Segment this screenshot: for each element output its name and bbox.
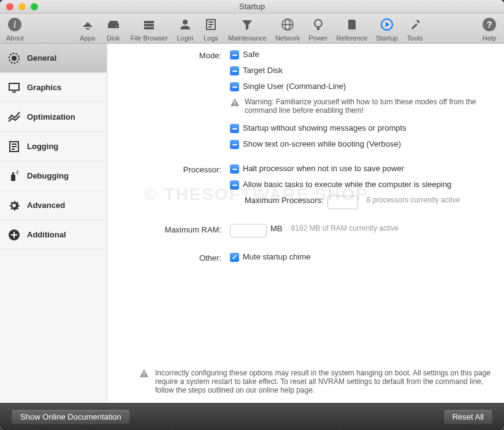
toolbar-filebrowser[interactable]: File Browser xyxy=(131,16,168,42)
mutechime-checkbox[interactable] xyxy=(230,253,239,262)
sidebar-item-advanced[interactable]: Advanced xyxy=(0,191,107,220)
sidebar-item-label: Advanced xyxy=(27,201,65,210)
warning-icon: ! xyxy=(139,369,149,378)
svg-point-31 xyxy=(17,173,18,174)
toolbar-about-label: About xyxy=(6,34,24,42)
disk-icon xyxy=(105,16,122,33)
svg-point-6 xyxy=(183,20,188,25)
toolbar-help[interactable]: ? Help xyxy=(481,16,498,42)
info-icon: i xyxy=(6,16,23,33)
bulb-icon xyxy=(310,16,327,33)
svg-point-30 xyxy=(16,172,17,173)
toolbar-maintenance[interactable]: Maintenance xyxy=(228,16,267,42)
maxproc-label: Maximum Processors: xyxy=(245,196,324,205)
mutechime-label: Mute startup chime xyxy=(243,252,311,261)
toolbar-logs[interactable]: Logs xyxy=(202,16,220,42)
toolbar-reference[interactable]: Reference xyxy=(336,16,367,42)
other-label: Other: xyxy=(107,252,230,268)
sidebar-item-logging[interactable]: Logging xyxy=(0,132,107,161)
maxram-input[interactable] xyxy=(230,224,267,237)
singleuser-checkbox[interactable] xyxy=(230,82,239,91)
close-icon[interactable] xyxy=(6,3,13,10)
targetdisk-checkbox[interactable] xyxy=(230,66,239,75)
sidebar-item-general[interactable]: General xyxy=(0,44,107,73)
show-docs-button[interactable]: Show Online Documentation xyxy=(11,409,131,424)
mode-warning-text: Warning: Familiarize yourself with how t… xyxy=(245,98,492,115)
toolbar-network[interactable]: Network xyxy=(275,16,300,42)
toolbar-apps-label: Apps xyxy=(80,34,95,42)
sidebar-item-label: General xyxy=(27,53,56,63)
help-icon: ? xyxy=(481,16,498,33)
maxproc-input[interactable] xyxy=(327,196,358,209)
toolbar-about[interactable]: i About xyxy=(6,16,24,42)
toolbar-apps[interactable]: Apps xyxy=(79,16,96,42)
chart-icon xyxy=(7,110,21,124)
sidebar-item-optimization[interactable]: Optimization xyxy=(0,102,107,132)
toolbar-tools[interactable]: Tools xyxy=(407,16,424,42)
sidebar-item-graphics[interactable]: Graphics xyxy=(0,73,107,102)
traffic-lights xyxy=(0,3,38,10)
svg-rect-28 xyxy=(11,175,15,181)
sidebar-item-label: Additional xyxy=(27,230,66,239)
login-icon xyxy=(177,16,194,33)
toolbar-logs-label: Logs xyxy=(204,34,218,42)
toolbar-disk-label: Disk xyxy=(107,34,120,42)
spray-icon xyxy=(7,169,21,183)
maxproc-hint: 8 processors currently active xyxy=(367,196,460,204)
halt-checkbox[interactable] xyxy=(230,164,239,174)
sidebar: General Graphics Optimization Logging De… xyxy=(0,44,107,403)
toolbar-startup[interactable]: Startup xyxy=(376,16,397,42)
toolbar-startup-label: Startup xyxy=(376,34,397,42)
maxram-hint: 8192 MB of RAM currently active xyxy=(291,224,399,232)
sidebar-item-additional[interactable]: Additional xyxy=(0,220,107,250)
svg-text:!: ! xyxy=(143,371,145,378)
nomessages-checkbox[interactable] xyxy=(230,124,239,133)
warning-icon: ! xyxy=(230,98,240,107)
toolbar-filebrowser-label: File Browser xyxy=(131,34,168,42)
svg-point-21 xyxy=(12,56,16,60)
targetdisk-label: Target Disk xyxy=(243,66,283,75)
filebrowser-icon xyxy=(140,16,158,33)
logging-icon xyxy=(7,140,21,153)
toolbar-power[interactable]: Power xyxy=(308,16,327,42)
sidebar-item-label: Debugging xyxy=(27,171,69,180)
logs-icon xyxy=(202,16,220,33)
toolbar-power-label: Power xyxy=(308,34,327,42)
svg-rect-4 xyxy=(144,24,154,26)
play-icon xyxy=(378,16,395,33)
sleeptasks-checkbox[interactable] xyxy=(230,180,239,190)
mb-label: MB xyxy=(270,224,283,233)
mode-label: Mode: xyxy=(107,50,230,155)
svg-text:?: ? xyxy=(486,19,492,29)
sidebar-item-label: Logging xyxy=(27,142,58,151)
verbose-checkbox[interactable] xyxy=(230,140,239,149)
sidebar-item-debugging[interactable]: Debugging xyxy=(0,161,107,191)
window-title: Startup xyxy=(0,2,504,11)
zoom-icon[interactable] xyxy=(31,3,38,10)
toolbar-login[interactable]: Login xyxy=(177,16,194,42)
nomessages-label: Startup without showing messages or prom… xyxy=(243,123,407,132)
toolbar-network-label: Network xyxy=(275,34,300,42)
plus-icon xyxy=(7,228,21,242)
minimize-icon[interactable] xyxy=(18,3,26,10)
sidebar-item-label: Optimization xyxy=(27,112,75,121)
footer-warning-text: Incorrectly configuring these options ma… xyxy=(155,369,492,394)
apps-icon xyxy=(79,16,96,33)
toolbar-reference-label: Reference xyxy=(336,34,367,42)
svg-point-32 xyxy=(17,171,18,172)
toolbar-tools-label: Tools xyxy=(407,34,423,42)
sidebar-item-label: Graphics xyxy=(27,83,61,92)
reset-all-button[interactable]: Reset All xyxy=(443,409,493,424)
sleeptasks-label: Allow basic tasks to execute while the c… xyxy=(243,180,451,189)
svg-rect-3 xyxy=(144,21,154,23)
toolbar: i About Apps Disk File Browser Login Log… xyxy=(0,13,504,44)
toolbar-disk[interactable]: Disk xyxy=(105,16,122,42)
svg-text:i: i xyxy=(13,19,16,29)
content: Mode: Safe Target Disk Single User (Comm… xyxy=(107,44,504,369)
safe-checkbox[interactable] xyxy=(230,50,239,60)
body: General Graphics Optimization Logging De… xyxy=(0,44,504,403)
svg-point-33 xyxy=(12,204,16,207)
toolbar-maintenance-label: Maintenance xyxy=(228,34,267,42)
tools-icon xyxy=(407,16,424,33)
processor-label: Processor: xyxy=(107,164,230,214)
